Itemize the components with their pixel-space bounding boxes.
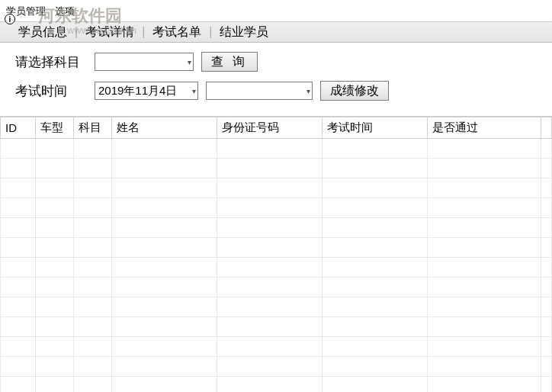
chevron-down-icon: ▾ — [192, 87, 196, 95]
nav-sep: | — [209, 25, 212, 39]
table-row[interactable] — [1, 258, 552, 278]
tab-student-info[interactable]: 学员信息 — [15, 23, 70, 42]
exam-table: ID 车型 科目 姓名 身份证号码 考试时间 是否通过 — [0, 117, 552, 392]
th-idcard[interactable]: 身份证号码 — [217, 117, 323, 139]
date-value: 2019年11月4日 — [98, 84, 177, 98]
nav-sep: | — [75, 25, 78, 39]
th-examtime[interactable]: 考试时间 — [323, 117, 428, 139]
table-row[interactable] — [1, 218, 552, 238]
tab-exam-detail[interactable]: 考试详情 — [82, 23, 137, 42]
exam-time-label: 考试时间 — [15, 82, 87, 100]
table-row[interactable] — [1, 238, 552, 258]
chevron-down-icon: ▾ — [306, 87, 310, 95]
table-row[interactable] — [1, 317, 552, 337]
table-row[interactable] — [1, 139, 552, 159]
nav-sep: | — [142, 25, 145, 39]
info-icon: i — [5, 14, 15, 24]
search-button[interactable]: 查 询 — [201, 52, 258, 72]
menu-bar: 学员管理 选项 — [0, 0, 552, 21]
table-header-row: ID 车型 科目 姓名 身份证号码 考试时间 是否通过 — [1, 117, 552, 139]
table-row[interactable] — [1, 278, 552, 297]
date-picker[interactable]: 2019年11月4日 ▾ — [95, 82, 198, 100]
th-name[interactable]: 姓名 — [112, 117, 217, 139]
table-row[interactable] — [1, 377, 552, 393]
tab-exam-list[interactable]: 考试名单 — [149, 23, 204, 42]
extra-select[interactable]: ▾ — [206, 82, 313, 100]
subject-select[interactable]: ▾ — [95, 53, 194, 71]
table-row[interactable] — [1, 337, 552, 357]
th-tail — [541, 117, 552, 139]
table-row[interactable] — [1, 198, 552, 218]
menu-options[interactable]: 选项 — [55, 5, 75, 18]
th-pass[interactable]: 是否通过 — [428, 117, 541, 139]
sub-nav: 学员信息 | 考试详情 | 考试名单 | 结业学员 — [0, 21, 552, 43]
table-row[interactable] — [1, 159, 552, 178]
grade-edit-button[interactable]: 成绩修改 — [320, 81, 389, 101]
table-body — [1, 139, 552, 393]
tab-graduated[interactable]: 结业学员 — [217, 23, 271, 42]
th-subject[interactable]: 科目 — [74, 117, 112, 139]
th-cartype[interactable]: 车型 — [36, 117, 74, 139]
subject-label: 请选择科目 — [15, 53, 87, 71]
th-id[interactable]: ID — [1, 117, 36, 139]
table-row[interactable] — [1, 297, 552, 317]
table-row[interactable] — [1, 357, 552, 377]
filter-area: 请选择科目 ▾ 查 询 考试时间 2019年11月4日 ▾ ▾ 成绩修改 — [0, 43, 552, 117]
chevron-down-icon: ▾ — [188, 58, 191, 66]
table-row[interactable] — [1, 178, 552, 198]
table-wrap[interactable]: ID 车型 科目 姓名 身份证号码 考试时间 是否通过 — [0, 117, 552, 392]
